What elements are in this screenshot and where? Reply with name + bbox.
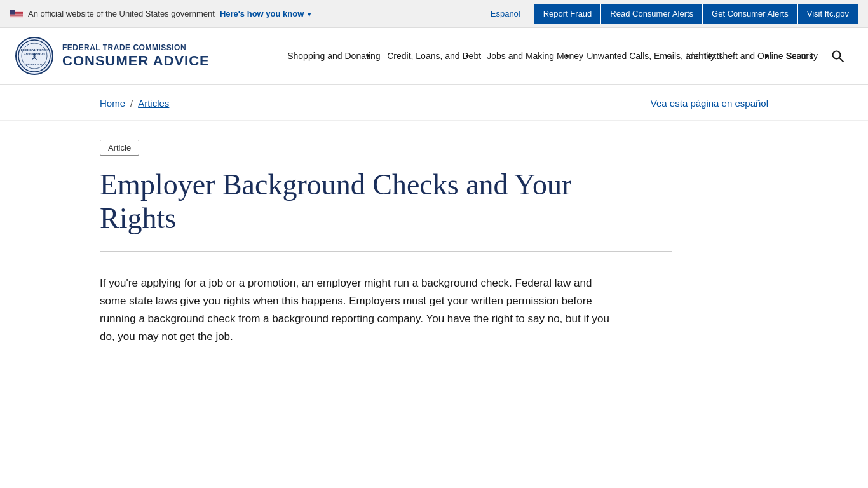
svg-rect-12 bbox=[10, 17, 23, 18]
breadcrumb: Home / Articles bbox=[100, 98, 169, 109]
nav-item-unwanted[interactable]: Unwanted Calls, Emails, and Texts ▾ bbox=[578, 30, 677, 82]
gov-banner-left: An official website of the United States… bbox=[10, 9, 311, 18]
svg-text:CONSUMER ADVICE: CONSUMER ADVICE bbox=[22, 63, 47, 66]
nav-item-scams[interactable]: Scams bbox=[777, 30, 822, 82]
svg-rect-7 bbox=[10, 14, 23, 15]
nav-label-shopping: Shopping and Donating bbox=[287, 50, 363, 62]
search-icon bbox=[831, 50, 844, 62]
official-text: An official website of the United States… bbox=[28, 9, 215, 18]
gov-banner: An official website of the United States… bbox=[0, 0, 868, 28]
spanish-page-link[interactable]: Vea esta página en español bbox=[651, 98, 768, 109]
visit-ftc-button[interactable]: Visit ftc.gov bbox=[798, 4, 858, 24]
article-badge: Article bbox=[100, 140, 139, 156]
nav-label-identity: Identity Theft and Online Security bbox=[686, 50, 763, 62]
svg-text:FEDERAL TRADE: FEDERAL TRADE bbox=[21, 48, 48, 51]
main-nav: Shopping and Donating ▾ Credit, Loans, a… bbox=[210, 30, 853, 82]
espanol-button[interactable]: Español bbox=[482, 4, 529, 24]
read-consumer-alerts-button[interactable]: Read Consumer Alerts bbox=[601, 4, 703, 24]
breadcrumb-section: Home / Articles Vea esta página en españ… bbox=[85, 85, 783, 114]
logo-site-name: CONSUMER ADVICE bbox=[62, 53, 210, 69]
report-fraud-button[interactable]: Report Fraud bbox=[534, 4, 602, 24]
chevron-down-icon: ▾ bbox=[765, 52, 768, 60]
article-divider bbox=[100, 251, 672, 252]
nav-item-shopping[interactable]: Shopping and Donating ▾ bbox=[278, 30, 378, 82]
search-button[interactable] bbox=[822, 32, 853, 80]
heres-how-link[interactable]: Here's how you know ▾ bbox=[220, 9, 311, 18]
site-header: FEDERAL TRADE COMMISSION CONSUMER ADVICE… bbox=[0, 28, 868, 85]
gov-banner-right: Español Report Fraud Read Consumer Alert… bbox=[482, 4, 858, 24]
get-consumer-alerts-button[interactable]: Get Consumer Alerts bbox=[703, 4, 798, 24]
svg-rect-11 bbox=[10, 17, 23, 17]
ftc-seal: FEDERAL TRADE COMMISSION CONSUMER ADVICE bbox=[15, 37, 53, 75]
chevron-down-icon: ▾ bbox=[566, 52, 569, 60]
nav-item-jobs[interactable]: Jobs and Making Money ▾ bbox=[478, 30, 578, 82]
article-body: If you're applying for a job or a promot… bbox=[100, 274, 621, 346]
chevron-down-icon: ▾ bbox=[466, 52, 469, 60]
chevron-down-icon: ▾ bbox=[366, 52, 369, 60]
nav-label-credit: Credit, Loans, and Debt bbox=[387, 50, 463, 62]
logo-text: FEDERAL TRADE COMMISSION CONSUMER ADVICE bbox=[62, 43, 210, 69]
breadcrumb-home[interactable]: Home bbox=[100, 98, 125, 109]
site-logo[interactable]: FEDERAL TRADE COMMISSION CONSUMER ADVICE… bbox=[15, 37, 210, 75]
nav-label-unwanted: Unwanted Calls, Emails, and Texts bbox=[587, 50, 663, 62]
svg-rect-10 bbox=[10, 16, 23, 17]
svg-line-21 bbox=[839, 58, 843, 62]
breadcrumb-articles[interactable]: Articles bbox=[138, 98, 169, 109]
nav-label-scams: Scams bbox=[786, 50, 813, 62]
svg-rect-8 bbox=[10, 15, 23, 15]
chevron-down-icon: ▾ bbox=[665, 52, 668, 60]
logo-agency-name: FEDERAL TRADE COMMISSION bbox=[62, 43, 210, 53]
nav-item-credit[interactable]: Credit, Loans, and Debt ▾ bbox=[378, 30, 478, 82]
svg-point-18 bbox=[33, 53, 36, 56]
nav-label-jobs: Jobs and Making Money bbox=[487, 50, 563, 62]
breadcrumb-separator: / bbox=[130, 98, 133, 109]
svg-rect-9 bbox=[10, 15, 23, 16]
article-title: Employer Background Checks and Your Righ… bbox=[100, 168, 595, 236]
nav-item-identity[interactable]: Identity Theft and Online Security ▾ bbox=[677, 30, 777, 82]
us-flag-icon bbox=[10, 10, 23, 18]
dropdown-arrow-icon: ▾ bbox=[308, 11, 311, 18]
main-content: Article Employer Background Checks and Y… bbox=[85, 133, 783, 371]
svg-rect-13 bbox=[10, 10, 15, 15]
